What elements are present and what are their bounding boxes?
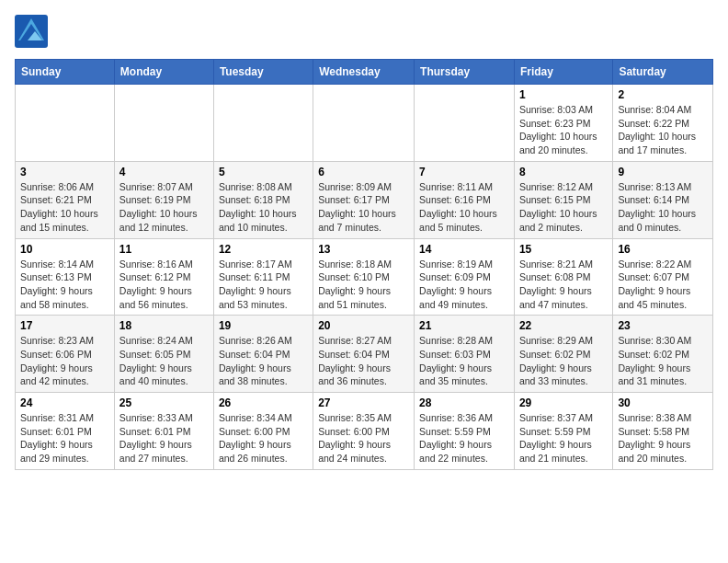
- day-info: Sunrise: 8:27 AM Sunset: 6:04 PM Dayligh…: [318, 334, 409, 388]
- day-number: 13: [318, 243, 409, 256]
- logo-icon: [15, 15, 48, 48]
- day-info: Sunrise: 8:21 AM Sunset: 6:08 PM Dayligh…: [519, 258, 608, 312]
- day-info: Sunrise: 8:37 AM Sunset: 5:59 PM Dayligh…: [519, 411, 608, 465]
- day-number: 1: [519, 88, 608, 101]
- day-number: 17: [20, 319, 109, 332]
- day-info: Sunrise: 8:30 AM Sunset: 6:02 PM Dayligh…: [618, 334, 708, 388]
- day-info: Sunrise: 8:36 AM Sunset: 5:59 PM Dayligh…: [419, 411, 509, 465]
- calendar-cell-w3-d3: 20Sunrise: 8:27 AM Sunset: 6:04 PM Dayli…: [313, 316, 415, 393]
- day-number: 30: [618, 396, 708, 409]
- day-info: Sunrise: 8:14 AM Sunset: 6:13 PM Dayligh…: [20, 258, 109, 312]
- day-number: 29: [519, 396, 608, 409]
- day-info: Sunrise: 8:17 AM Sunset: 6:11 PM Dayligh…: [219, 258, 308, 312]
- day-info: Sunrise: 8:03 AM Sunset: 6:23 PM Dayligh…: [519, 103, 608, 157]
- calendar-cell-w4-d3: 27Sunrise: 8:35 AM Sunset: 6:00 PM Dayli…: [313, 393, 415, 470]
- calendar-cell-w1-d3: 6Sunrise: 8:09 AM Sunset: 6:17 PM Daylig…: [313, 161, 415, 238]
- day-info: Sunrise: 8:12 AM Sunset: 6:15 PM Dayligh…: [519, 180, 608, 235]
- calendar-cell-w0-d5: 1Sunrise: 8:03 AM Sunset: 6:23 PM Daylig…: [514, 85, 612, 162]
- calendar-cell-w4-d1: 25Sunrise: 8:33 AM Sunset: 6:01 PM Dayli…: [114, 393, 213, 470]
- calendar-cell-w1-d4: 7Sunrise: 8:11 AM Sunset: 6:16 PM Daylig…: [415, 161, 515, 238]
- calendar-table: SundayMondayTuesdayWednesdayThursdayFrid…: [15, 59, 713, 470]
- day-info: Sunrise: 8:29 AM Sunset: 6:02 PM Dayligh…: [519, 334, 608, 388]
- day-info: Sunrise: 8:23 AM Sunset: 6:06 PM Dayligh…: [20, 334, 109, 388]
- weekday-header-wednesday: Wednesday: [313, 60, 415, 85]
- page-header: [15, 15, 713, 48]
- calendar-cell-w2-d2: 12Sunrise: 8:17 AM Sunset: 6:11 PM Dayli…: [213, 238, 313, 316]
- day-info: Sunrise: 8:38 AM Sunset: 5:58 PM Dayligh…: [618, 411, 708, 465]
- calendar-cell-w3-d5: 22Sunrise: 8:29 AM Sunset: 6:02 PM Dayli…: [514, 316, 612, 393]
- day-number: 24: [20, 396, 109, 409]
- day-number: 18: [119, 319, 209, 332]
- day-info: Sunrise: 8:26 AM Sunset: 6:04 PM Dayligh…: [219, 334, 308, 388]
- weekday-header-saturday: Saturday: [613, 60, 713, 85]
- calendar-cell-w2-d4: 14Sunrise: 8:19 AM Sunset: 6:09 PM Dayli…: [415, 238, 515, 316]
- weekday-header-sunday: Sunday: [16, 60, 115, 85]
- day-number: 4: [119, 166, 209, 178]
- day-number: 19: [219, 319, 308, 332]
- day-info: Sunrise: 8:16 AM Sunset: 6:12 PM Dayligh…: [119, 258, 209, 312]
- weekday-header-tuesday: Tuesday: [213, 60, 313, 85]
- calendar-cell-w2-d3: 13Sunrise: 8:18 AM Sunset: 6:10 PM Dayli…: [313, 238, 415, 316]
- day-info: Sunrise: 8:11 AM Sunset: 6:16 PM Dayligh…: [419, 180, 509, 235]
- day-number: 21: [419, 319, 509, 332]
- calendar-cell-w0-d3: [313, 85, 415, 162]
- calendar-cell-w1-d2: 5Sunrise: 8:08 AM Sunset: 6:18 PM Daylig…: [213, 161, 313, 238]
- calendar-cell-w3-d4: 21Sunrise: 8:28 AM Sunset: 6:03 PM Dayli…: [415, 316, 515, 393]
- calendar-cell-w4-d4: 28Sunrise: 8:36 AM Sunset: 5:59 PM Dayli…: [415, 393, 515, 470]
- day-number: 11: [119, 243, 209, 256]
- day-info: Sunrise: 8:18 AM Sunset: 6:10 PM Dayligh…: [318, 258, 409, 312]
- day-info: Sunrise: 8:08 AM Sunset: 6:18 PM Dayligh…: [219, 180, 308, 235]
- day-info: Sunrise: 8:04 AM Sunset: 6:22 PM Dayligh…: [618, 103, 708, 157]
- calendar-cell-w3-d2: 19Sunrise: 8:26 AM Sunset: 6:04 PM Dayli…: [213, 316, 313, 393]
- calendar-cell-w1-d1: 4Sunrise: 8:07 AM Sunset: 6:19 PM Daylig…: [114, 161, 213, 238]
- weekday-header-thursday: Thursday: [415, 60, 515, 85]
- calendar-cell-w0-d4: [415, 85, 515, 162]
- day-number: 15: [519, 243, 608, 256]
- calendar-cell-w2-d0: 10Sunrise: 8:14 AM Sunset: 6:13 PM Dayli…: [16, 238, 115, 316]
- day-info: Sunrise: 8:33 AM Sunset: 6:01 PM Dayligh…: [119, 411, 209, 465]
- day-info: Sunrise: 8:09 AM Sunset: 6:17 PM Dayligh…: [318, 180, 409, 235]
- day-number: 10: [20, 243, 109, 256]
- calendar-cell-w1-d0: 3Sunrise: 8:06 AM Sunset: 6:21 PM Daylig…: [16, 161, 115, 238]
- day-info: Sunrise: 8:07 AM Sunset: 6:19 PM Dayligh…: [119, 180, 209, 235]
- day-info: Sunrise: 8:06 AM Sunset: 6:21 PM Dayligh…: [20, 180, 109, 235]
- calendar-cell-w0-d6: 2Sunrise: 8:04 AM Sunset: 6:22 PM Daylig…: [613, 85, 713, 162]
- day-info: Sunrise: 8:22 AM Sunset: 6:07 PM Dayligh…: [618, 258, 708, 312]
- day-number: 7: [419, 166, 509, 178]
- day-number: 28: [419, 396, 509, 409]
- calendar-cell-w2-d6: 16Sunrise: 8:22 AM Sunset: 6:07 PM Dayli…: [613, 238, 713, 316]
- calendar-cell-w0-d0: [16, 85, 115, 162]
- day-number: 22: [519, 319, 608, 332]
- day-number: 14: [419, 243, 509, 256]
- day-info: Sunrise: 8:31 AM Sunset: 6:01 PM Dayligh…: [20, 411, 109, 465]
- day-info: Sunrise: 8:28 AM Sunset: 6:03 PM Dayligh…: [419, 334, 509, 388]
- day-number: 25: [119, 396, 209, 409]
- day-info: Sunrise: 8:35 AM Sunset: 6:00 PM Dayligh…: [318, 411, 409, 465]
- weekday-header-monday: Monday: [114, 60, 213, 85]
- day-info: Sunrise: 8:24 AM Sunset: 6:05 PM Dayligh…: [119, 334, 209, 388]
- calendar-cell-w0-d1: [114, 85, 213, 162]
- calendar-cell-w2-d5: 15Sunrise: 8:21 AM Sunset: 6:08 PM Dayli…: [514, 238, 612, 316]
- day-info: Sunrise: 8:13 AM Sunset: 6:14 PM Dayligh…: [618, 180, 708, 235]
- calendar-cell-w4-d0: 24Sunrise: 8:31 AM Sunset: 6:01 PM Dayli…: [16, 393, 115, 470]
- day-info: Sunrise: 8:19 AM Sunset: 6:09 PM Dayligh…: [419, 258, 509, 312]
- calendar-cell-w3-d0: 17Sunrise: 8:23 AM Sunset: 6:06 PM Dayli…: [16, 316, 115, 393]
- weekday-header-friday: Friday: [514, 60, 612, 85]
- day-number: 6: [318, 166, 409, 178]
- calendar-cell-w1-d5: 8Sunrise: 8:12 AM Sunset: 6:15 PM Daylig…: [514, 161, 612, 238]
- day-number: 2: [618, 88, 708, 101]
- day-number: 5: [219, 166, 308, 178]
- logo: [15, 15, 51, 48]
- day-number: 23: [618, 319, 708, 332]
- day-number: 27: [318, 396, 409, 409]
- calendar-cell-w4-d6: 30Sunrise: 8:38 AM Sunset: 5:58 PM Dayli…: [613, 393, 713, 470]
- calendar-cell-w2-d1: 11Sunrise: 8:16 AM Sunset: 6:12 PM Dayli…: [114, 238, 213, 316]
- day-number: 26: [219, 396, 308, 409]
- calendar-cell-w0-d2: [213, 85, 313, 162]
- day-number: 9: [618, 166, 708, 178]
- day-number: 8: [519, 166, 608, 178]
- day-number: 16: [618, 243, 708, 256]
- calendar-cell-w3-d6: 23Sunrise: 8:30 AM Sunset: 6:02 PM Dayli…: [613, 316, 713, 393]
- day-info: Sunrise: 8:34 AM Sunset: 6:00 PM Dayligh…: [219, 411, 308, 465]
- calendar-cell-w1-d6: 9Sunrise: 8:13 AM Sunset: 6:14 PM Daylig…: [613, 161, 713, 238]
